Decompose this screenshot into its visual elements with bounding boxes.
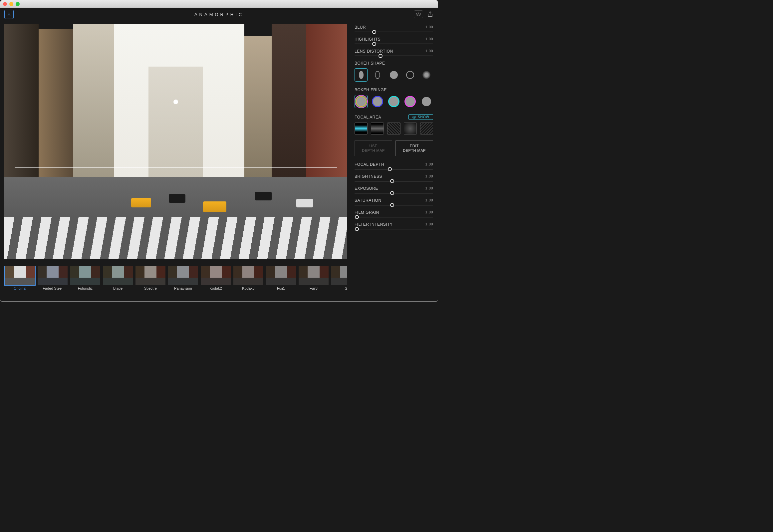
preset-kodak3[interactable]: Kodak3 xyxy=(233,266,264,297)
preset-filmstrip: Original Faded Steel Futuristic Blade Sp… xyxy=(4,266,347,297)
preset-thumbnail xyxy=(265,266,297,286)
app-window: ANAMORPHIC xyxy=(0,0,438,302)
preset-thumbnail xyxy=(298,266,329,286)
brightness-label: BRIGHTNESS xyxy=(355,174,382,179)
focal-area-options xyxy=(355,123,433,134)
focal-area-show-button[interactable]: SHOW xyxy=(408,114,433,120)
preset-label: Futuristic xyxy=(70,286,101,290)
bokeh-fringe-none[interactable] xyxy=(420,95,433,108)
import-button[interactable] xyxy=(4,10,14,19)
filter-intensity-value: 1.00 xyxy=(425,222,433,227)
preset-thumbnail xyxy=(200,266,231,286)
preset-panavision[interactable]: Panavision xyxy=(167,266,199,297)
preset-label: Panavision xyxy=(167,286,199,290)
blur-slider[interactable]: BLUR1.00 xyxy=(355,25,433,32)
preview-image xyxy=(4,24,347,259)
preset-label: Blade xyxy=(102,286,133,290)
preset-thumbnail xyxy=(37,266,68,286)
preset-fuji3[interactable]: Fuji3 xyxy=(298,266,329,297)
bokeh-shape-circle-soft[interactable] xyxy=(420,68,433,82)
share-button[interactable] xyxy=(426,11,434,18)
preset-thumbnail xyxy=(233,266,264,286)
focal-area-option-1[interactable] xyxy=(355,123,368,134)
svg-point-0 xyxy=(418,14,419,15)
preset-thumbnail xyxy=(70,266,101,286)
bokeh-shape-circle-outline[interactable] xyxy=(404,68,417,82)
use-depth-map-button[interactable]: USE DEPTH MAP xyxy=(355,140,392,156)
brightness-value: 1.00 xyxy=(425,174,433,179)
lens-distortion-slider[interactable]: LENS DISTORTION1.00 xyxy=(355,49,433,56)
bokeh-fringe-rainbow[interactable] xyxy=(355,95,368,108)
brightness-slider[interactable]: BRIGHTNESS1.00 xyxy=(355,174,433,181)
exposure-slider[interactable]: EXPOSURE1.00 xyxy=(355,186,433,193)
preset-2[interactable]: 2 xyxy=(331,266,347,297)
preset-futuristic[interactable]: Futuristic xyxy=(70,266,101,297)
preset-label: Fuji1 xyxy=(265,286,297,290)
preset-fuji1[interactable]: Fuji1 xyxy=(265,266,297,297)
film-grain-value: 1.00 xyxy=(425,210,433,215)
preset-kodak2[interactable]: Kodak2 xyxy=(200,266,231,297)
preset-label: Kodak2 xyxy=(200,286,231,290)
film-grain-slider[interactable]: FILM GRAIN1.00 xyxy=(355,210,433,217)
focal-area-label: FOCAL AREA SHOW xyxy=(355,114,433,120)
preview-toggle-button[interactable] xyxy=(414,10,423,18)
bokeh-fringe-cyan[interactable] xyxy=(387,95,400,108)
exposure-label: EXPOSURE xyxy=(355,186,378,191)
preset-label: 2 xyxy=(331,286,347,290)
preset-spectre[interactable]: Spectre xyxy=(135,266,166,297)
minimize-window-button[interactable] xyxy=(9,2,13,6)
focal-handle[interactable] xyxy=(173,100,178,104)
saturation-slider[interactable]: SATURATION1.00 xyxy=(355,198,433,205)
focal-line-bottom[interactable] xyxy=(15,167,337,168)
filter-intensity-label: FILTER INTENSITY xyxy=(355,222,392,227)
highlights-value: 1.00 xyxy=(425,37,433,42)
bokeh-fringe-blue[interactable] xyxy=(371,95,384,108)
bokeh-fringe-options xyxy=(355,95,433,108)
preset-blade[interactable]: Blade xyxy=(102,266,133,297)
focal-depth-slider[interactable]: FOCAL DEPTH1.00 xyxy=(355,162,433,169)
lens-distortion-label: LENS DISTORTION xyxy=(355,49,393,54)
close-window-button[interactable] xyxy=(3,2,7,6)
eye-icon xyxy=(412,116,416,119)
zoom-window-button[interactable] xyxy=(16,2,20,6)
controls-panel: BLUR1.00 HIGHLIGHTS1.00 LENS DISTORTION1… xyxy=(351,21,438,301)
preset-label: Fuji3 xyxy=(298,286,329,290)
svg-point-1 xyxy=(413,117,414,118)
focal-depth-label: FOCAL DEPTH xyxy=(355,162,384,167)
bokeh-shape-oval-outline[interactable] xyxy=(371,68,384,82)
focal-area-option-5[interactable] xyxy=(420,123,433,134)
bokeh-shape-circle-filled[interactable] xyxy=(387,68,400,82)
import-icon xyxy=(6,11,12,17)
preset-thumbnail xyxy=(167,266,199,286)
bokeh-shape-oval-filled[interactable] xyxy=(355,68,368,82)
preset-faded-steel[interactable]: Faded Steel xyxy=(37,266,68,297)
window-titlebar xyxy=(0,0,438,8)
preset-thumbnail xyxy=(331,266,347,286)
bokeh-fringe-magenta[interactable] xyxy=(404,95,417,108)
highlights-label: HIGHLIGHTS xyxy=(355,37,381,42)
filter-intensity-slider[interactable]: FILTER INTENSITY1.00 xyxy=(355,222,433,229)
share-icon xyxy=(427,11,433,18)
preview-area[interactable] xyxy=(4,24,347,259)
preset-label: Original xyxy=(4,286,36,290)
preset-original[interactable]: Original xyxy=(4,266,36,297)
edit-depth-map-button[interactable]: EDIT DEPTH MAP xyxy=(395,140,433,156)
saturation-label: SATURATION xyxy=(355,198,382,203)
focal-area-option-3[interactable] xyxy=(387,123,400,134)
preset-label: Kodak3 xyxy=(233,286,264,290)
focal-area-option-2[interactable] xyxy=(371,123,384,134)
blur-value: 1.00 xyxy=(425,25,433,30)
preset-thumbnail xyxy=(135,266,166,286)
app-title: ANAMORPHIC xyxy=(194,12,244,17)
eye-icon xyxy=(416,12,421,16)
focal-area-option-4[interactable] xyxy=(404,123,417,134)
bokeh-shape-options xyxy=(355,68,433,82)
bokeh-fringe-label: BOKEH FRINGE xyxy=(355,88,433,92)
preset-thumbnail xyxy=(4,266,36,286)
highlights-slider[interactable]: HIGHLIGHTS1.00 xyxy=(355,37,433,44)
lens-distortion-value: 1.00 xyxy=(425,49,433,54)
app-toolbar: ANAMORPHIC xyxy=(0,8,438,21)
film-grain-label: FILM GRAIN xyxy=(355,210,379,215)
focal-depth-value: 1.00 xyxy=(425,162,433,167)
preset-thumbnail xyxy=(102,266,133,286)
